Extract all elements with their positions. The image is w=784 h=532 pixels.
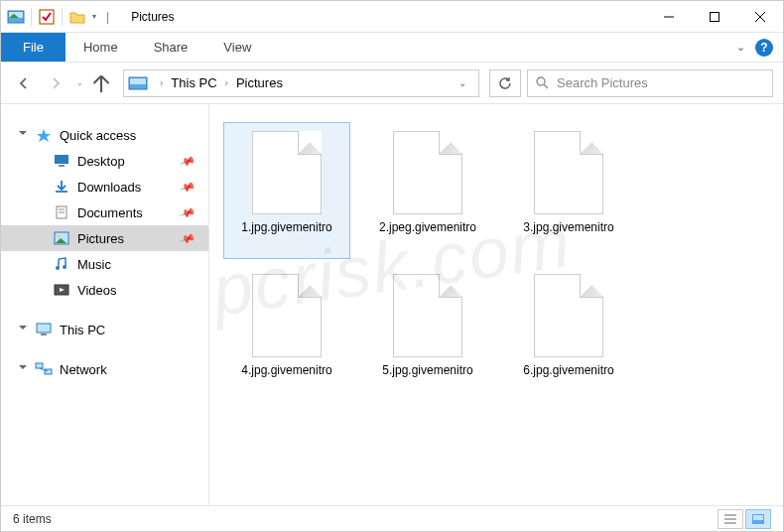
search-icon [536, 76, 549, 89]
svg-rect-23 [37, 324, 51, 332]
ribbon-tab-home[interactable]: Home [65, 33, 136, 62]
refresh-button[interactable] [489, 69, 521, 97]
file-icon [252, 131, 322, 214]
file-icon [534, 274, 603, 357]
svg-rect-25 [36, 363, 43, 368]
chevron-right-icon[interactable]: › [154, 77, 169, 88]
sidebar-item-label: Music [77, 257, 111, 272]
sidebar-item-label: Desktop [77, 154, 125, 169]
svg-point-21 [63, 265, 66, 269]
pin-icon: 📌 [179, 229, 196, 247]
titlebar: ▾ | Pictures [1, 1, 783, 33]
file-icon [252, 274, 322, 357]
qat-folder-icon[interactable] [68, 8, 86, 26]
sidebar-item-pictures[interactable]: Pictures📌 [1, 225, 208, 251]
breadcrumb-item[interactable]: This PC [169, 75, 218, 90]
search-input[interactable]: Search Pictures [527, 69, 773, 97]
status-item-count: 6 items [13, 512, 52, 526]
network-icon [35, 362, 53, 376]
forward-button[interactable] [43, 70, 68, 96]
sidebar-item-label: Documents [77, 205, 143, 220]
file-name: 1.jpg.givemenitro [237, 220, 335, 235]
desktop-icon [53, 154, 70, 168]
help-icon[interactable]: ? [755, 39, 773, 57]
file-tile[interactable]: 4.jpg.givemenitro [223, 265, 350, 402]
sidebar-label: This PC [60, 323, 105, 337]
svg-rect-13 [59, 165, 65, 167]
sidebar-item-downloads[interactable]: Downloads📌 [1, 174, 208, 200]
videos-icon [53, 283, 70, 297]
file-name: 4.jpg.givemenitro [237, 363, 335, 378]
sidebar-label: Quick access [60, 128, 136, 143]
pictures-icon [53, 231, 70, 245]
qat-checkbox-icon[interactable] [38, 8, 56, 26]
svg-line-11 [544, 84, 548, 88]
sidebar-this-pc[interactable]: This PC [1, 317, 208, 342]
svg-rect-24 [41, 333, 47, 335]
ribbon: File Home Share View ⌄ ? [1, 33, 783, 63]
app-icon [7, 8, 25, 26]
file-name: 3.jpg.givemenitro [519, 220, 617, 235]
pin-icon: 📌 [179, 203, 196, 221]
search-placeholder: Search Pictures [557, 75, 648, 90]
documents-icon [53, 205, 70, 219]
sidebar-item-documents[interactable]: Documents📌 [1, 200, 208, 225]
svg-point-20 [56, 266, 60, 270]
downloads-icon [53, 180, 70, 194]
ribbon-file-tab[interactable]: File [1, 33, 65, 62]
svg-rect-12 [55, 155, 68, 164]
file-tile[interactable]: 5.jpg.givemenitro [364, 265, 491, 402]
file-pane[interactable]: 1.jpg.givemenitro2.jpeg.givemenitro3.jpg… [209, 104, 783, 505]
file-icon [393, 274, 462, 357]
ribbon-collapse-icon[interactable]: ⌄ [736, 41, 745, 54]
sidebar-item-desktop[interactable]: Desktop📌 [1, 148, 208, 174]
sidebar-item-label: Videos [77, 283, 117, 298]
ribbon-tab-view[interactable]: View [205, 33, 269, 62]
sidebar: Quick access Desktop📌Downloads📌Documents… [1, 104, 209, 505]
svg-point-10 [537, 77, 545, 85]
sidebar-item-label: Pictures [77, 231, 124, 246]
file-name: 2.jpeg.givemenitro [375, 220, 480, 235]
monitor-icon [35, 323, 53, 336]
chevron-right-icon[interactable]: › [219, 77, 234, 88]
music-icon [53, 257, 70, 271]
view-details-button[interactable] [718, 509, 743, 529]
pin-icon: 📌 [179, 152, 196, 170]
svg-rect-5 [711, 12, 719, 21]
sidebar-network[interactable]: Network [1, 356, 208, 382]
back-button[interactable] [11, 70, 37, 96]
ribbon-tab-share[interactable]: Share [136, 33, 206, 62]
close-button[interactable] [737, 1, 783, 33]
file-icon [393, 131, 462, 214]
qat-dropdown-icon[interactable]: ▾ [92, 12, 96, 21]
nav-history-dropdown-icon[interactable]: ⌄ [76, 78, 83, 87]
sidebar-item-videos[interactable]: Videos [1, 277, 208, 303]
breadcrumb-item[interactable]: Pictures [234, 75, 285, 90]
window-title: Pictures [131, 10, 174, 24]
address-bar[interactable]: › This PC › Pictures ⌄ [123, 69, 479, 97]
address-dropdown-icon[interactable]: ⌄ [451, 77, 474, 88]
file-tile[interactable]: 2.jpeg.givemenitro [364, 122, 491, 259]
svg-rect-32 [753, 515, 763, 520]
sidebar-label: Network [60, 362, 107, 377]
minimize-button[interactable] [646, 1, 692, 33]
svg-rect-9 [130, 78, 146, 84]
view-icons-button[interactable] [745, 509, 771, 529]
star-icon [35, 128, 53, 142]
file-name: 5.jpg.givemenitro [378, 363, 476, 378]
up-button[interactable] [89, 71, 113, 95]
sidebar-item-music[interactable]: Music [1, 251, 208, 277]
address-folder-icon [128, 75, 148, 91]
sidebar-quick-access[interactable]: Quick access [1, 122, 208, 148]
file-tile[interactable]: 1.jpg.givemenitro [223, 122, 350, 259]
maximize-button[interactable] [692, 1, 737, 33]
file-icon [534, 131, 603, 214]
file-tile[interactable]: 3.jpg.givemenitro [505, 122, 632, 259]
pin-icon: 📌 [179, 178, 196, 196]
file-tile[interactable]: 6.jpg.givemenitro [505, 265, 632, 402]
svg-point-19 [58, 235, 61, 238]
file-name: 6.jpg.givemenitro [519, 363, 617, 378]
navbar: ⌄ › This PC › Pictures ⌄ Search Pictures [1, 63, 783, 104]
sidebar-item-label: Downloads [77, 180, 141, 195]
statusbar: 6 items [1, 505, 783, 531]
